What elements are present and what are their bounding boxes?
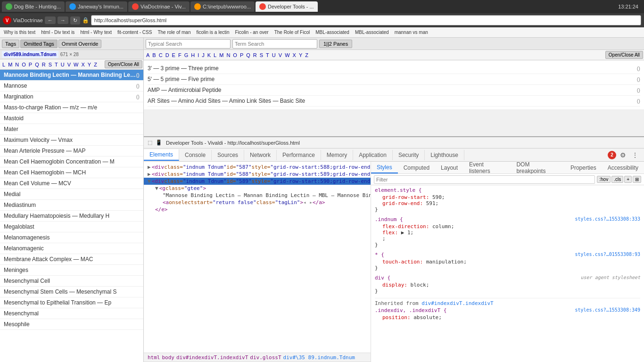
- right-alpha-T[interactable]: T: [264, 52, 271, 58]
- glossary-item-7[interactable]: Mean Arteriole Pressure — MAP: [0, 146, 143, 156]
- devtools-tab-security[interactable]: Security: [393, 150, 425, 160]
- left-alpha-M[interactable]: M: [7, 61, 14, 68]
- tags-button[interactable]: Tags: [2, 40, 19, 48]
- device-toggle-icon[interactable]: 📱: [156, 140, 162, 145]
- devtools-tab-elements[interactable]: Elements: [144, 149, 179, 161]
- settings-icon[interactable]: ⚙: [618, 150, 628, 160]
- open-close-all-left[interactable]: Open/Close All: [105, 60, 142, 68]
- bookmark-mbl-1[interactable]: MBL-associated: [314, 29, 351, 35]
- right-alpha-P[interactable]: P: [239, 52, 245, 58]
- right-alpha-W[interactable]: W: [283, 52, 291, 58]
- glossary-item-3[interactable]: Mass-to-charge Ration — m/z — m/e: [0, 102, 143, 113]
- right-alpha-A[interactable]: A: [145, 52, 151, 58]
- breadcrumb-body[interactable]: body: [162, 354, 175, 361]
- breadcrumb-html[interactable]: html: [148, 354, 160, 361]
- tab-dog-bite[interactable]: Dog Bite - Hunting...: [2, 1, 65, 12]
- glossary-item-18[interactable]: Meninges: [0, 265, 143, 276]
- right-alpha-D[interactable]: D: [164, 52, 171, 58]
- html-line-1[interactable]: ▶ <div class="indnum Tdnum" id="587" sty…: [144, 164, 371, 171]
- bookmark-fit-content[interactable]: fit-content - CSS: [116, 29, 154, 35]
- glossary-item-22[interactable]: Mesenchymal: [0, 308, 143, 319]
- glossary-item-16[interactable]: Melanomagenic: [0, 243, 143, 254]
- left-alpha-P[interactable]: P: [27, 61, 33, 68]
- bookmark-why-text[interactable]: Why is this text: [2, 29, 37, 35]
- right-alpha-N[interactable]: N: [225, 52, 231, 58]
- open-close-all-right[interactable]: Open/Close All: [605, 51, 643, 59]
- left-alpha-W[interactable]: W: [72, 61, 80, 68]
- breadcrumb-glosst[interactable]: div.glossT: [250, 354, 281, 361]
- right-alpha-J[interactable]: J: [200, 52, 206, 58]
- glossary-item-12[interactable]: Mediastinum: [0, 200, 143, 211]
- styles-tab-styles[interactable]: Styles: [371, 162, 398, 173]
- styles-tab-accessibility[interactable]: Accessibility: [602, 163, 644, 173]
- right-alpha-I[interactable]: I: [196, 52, 200, 58]
- right-alpha-L[interactable]: L: [212, 52, 218, 58]
- glossary-entry-2[interactable]: AMP — Antimicrobial Peptide(): [148, 85, 640, 96]
- star-source[interactable]: styles.css?…01553308:93: [575, 252, 640, 257]
- filter-input[interactable]: [374, 175, 595, 184]
- styles-tab-layout[interactable]: Layout: [435, 163, 463, 173]
- panes-button[interactable]: 1||2 Panes: [319, 40, 352, 48]
- glossary-item-4[interactable]: Mastoid: [0, 113, 143, 124]
- right-alpha-Y[interactable]: Y: [297, 52, 304, 58]
- right-alpha-F[interactable]: F: [177, 52, 183, 58]
- bookmark-html-why[interactable]: html - Why text: [78, 29, 114, 35]
- bookmark-ficolin-over[interactable]: Ficolin - an over: [233, 29, 271, 35]
- left-alpha-O[interactable]: O: [20, 61, 27, 68]
- glossary-item-20[interactable]: Mesenchymal Stem Cells — Mesenchymal S: [0, 287, 143, 297]
- devtools-tab-network[interactable]: Network: [244, 150, 277, 160]
- devtools-tab-lighthouse[interactable]: Lighthouse: [425, 150, 464, 160]
- html-line-4[interactable]: ▼ <g class="gtee" >: [144, 185, 371, 192]
- glossary-item-9[interactable]: Mean Cell Haemoglobin — MCH: [0, 167, 143, 178]
- left-alpha-V[interactable]: V: [66, 61, 72, 68]
- bookmark-mannan[interactable]: mannan vs man: [393, 29, 430, 35]
- left-alpha-Y[interactable]: Y: [86, 61, 92, 68]
- html-line-6[interactable]: <a onselectstart="return false" class="t…: [144, 199, 371, 206]
- add-style-button[interactable]: +: [624, 176, 632, 183]
- typical-search-input[interactable]: [146, 39, 231, 49]
- left-alpha-S[interactable]: S: [47, 61, 53, 68]
- refresh-button[interactable]: ↻: [70, 16, 80, 25]
- right-alpha-K[interactable]: K: [206, 52, 212, 58]
- bookmark-role-ficol[interactable]: The Role of Ficol: [272, 29, 312, 35]
- glossary-item-21[interactable]: Mesenchymal to Epithelial Transition — E…: [0, 297, 143, 308]
- html-line-2[interactable]: ▶ <div class="indnum Tdnum" id="588" sty…: [144, 171, 371, 178]
- right-alpha-B[interactable]: B: [151, 52, 157, 58]
- hov-filter-button[interactable]: :hov: [597, 176, 611, 183]
- glossary-entry-1[interactable]: 5′ — 5 prime — Five prime(): [148, 74, 640, 85]
- left-alpha-L[interactable]: L: [1, 61, 7, 68]
- glossary-item-19[interactable]: Mesenchymal Cell: [0, 276, 143, 287]
- tab-viadoctrinae[interactable]: ViaDoctrinae - Viv...: [128, 1, 190, 12]
- bookmark-ficolin-lectin[interactable]: ficolin is a lectin: [194, 29, 231, 35]
- devtools-tab-performance[interactable]: Performance: [277, 150, 321, 160]
- glossary-entry-0[interactable]: 3′ — 3 prime — Three prime(): [148, 63, 640, 74]
- ommit-override-button[interactable]: Ommit Override: [58, 40, 102, 48]
- styles-tab-properties[interactable]: Properties: [565, 163, 602, 173]
- right-alpha-Q[interactable]: Q: [245, 52, 252, 58]
- glossary-item-10[interactable]: Mean Cell Volume — MCV: [0, 178, 143, 189]
- inherited-link[interactable]: div#indexdivT.indexdivT: [421, 300, 493, 306]
- breadcrumb-indexdivt[interactable]: div#indexdivT.indexdivT: [176, 354, 248, 361]
- tab-cinetpub[interactable]: C:\inetpub\wwwroo...: [190, 1, 255, 12]
- left-alpha-X[interactable]: X: [80, 61, 86, 68]
- left-alpha-Z[interactable]: Z: [92, 61, 99, 68]
- glossary-item-0[interactable]: Mannose Binding Lectin — Mannan Binding …: [0, 70, 143, 81]
- left-alpha-U[interactable]: U: [59, 61, 66, 68]
- left-alpha-R[interactable]: R: [41, 61, 47, 68]
- glossary-item-13[interactable]: Medullary Haematopoiesis — Medullary H: [0, 211, 143, 222]
- right-alpha-C[interactable]: C: [157, 52, 164, 58]
- glossary-entry-3[interactable]: AR Sites — Amino Acid Sites — Amino Link…: [148, 96, 640, 107]
- right-alpha-X[interactable]: X: [291, 52, 297, 58]
- term-search-input[interactable]: [232, 39, 317, 49]
- devtools-tab-console[interactable]: Console: [179, 150, 212, 160]
- right-alpha-H[interactable]: H: [190, 52, 196, 58]
- right-alpha-O[interactable]: O: [231, 52, 239, 58]
- omitted-tags-button[interactable]: Omitted Tags: [20, 40, 58, 48]
- glossary-list[interactable]: Mannose Binding Lectin — Mannan Binding …: [0, 70, 143, 362]
- tab-janeway[interactable]: Janeway's Immun...: [66, 1, 127, 12]
- html-line-3[interactable]: ▼ <div class="indnum Tdnum" id="589" sty…: [144, 178, 371, 185]
- glossary-item-14[interactable]: Megaloblast: [0, 222, 143, 232]
- glossary-item-2[interactable]: Margination(): [0, 91, 143, 102]
- left-alpha-T[interactable]: T: [53, 61, 59, 68]
- right-alpha-R[interactable]: R: [252, 52, 258, 58]
